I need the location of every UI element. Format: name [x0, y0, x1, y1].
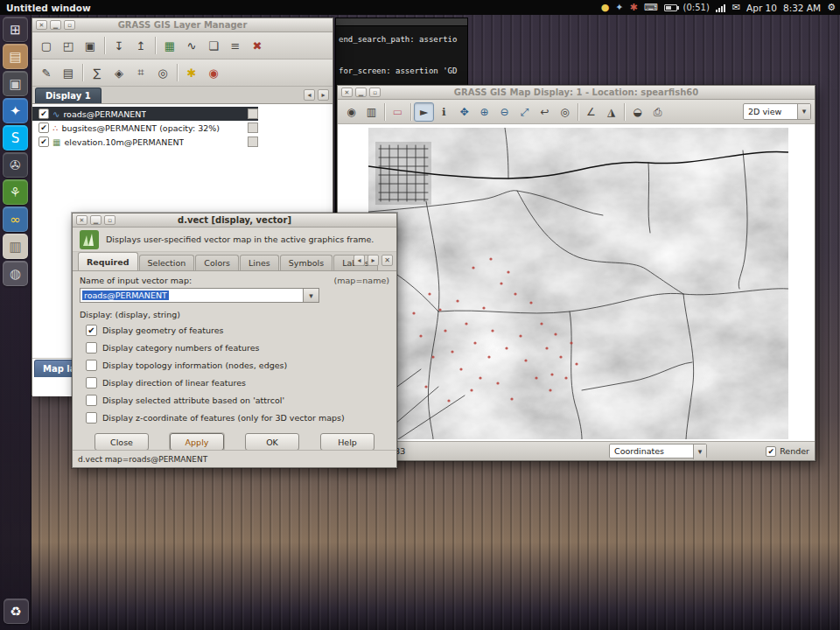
settings-button[interactable]: ✱ [181, 62, 202, 83]
minimize-button[interactable]: ▁ [50, 20, 61, 30]
map-display-titlebar[interactable]: ✕▁▫ GRASS GIS Map Display: 1 - Location:… [338, 86, 815, 100]
graphical-modeler-button[interactable]: ◈ [108, 62, 130, 83]
save-workspace-button[interactable]: ▣ [80, 35, 101, 56]
remove-layer-button[interactable]: ✖ [247, 35, 268, 56]
launcher-item-skype[interactable]: S [3, 125, 28, 150]
apply-button[interactable]: Apply [170, 433, 224, 451]
ok-button[interactable]: OK [245, 433, 299, 451]
launcher-item-file-manager[interactable]: ▤ [3, 44, 28, 69]
maximize-button[interactable]: ▫ [64, 20, 75, 30]
minimize-button[interactable]: ▁ [355, 88, 367, 97]
help-button[interactable]: ◉ [203, 62, 224, 83]
option-row[interactable]: Display topology information (nodes, edg… [80, 356, 389, 374]
tab-scroll-right-icon[interactable]: ▸ [368, 255, 379, 266]
layer-options-button[interactable] [248, 108, 258, 119]
layer-row[interactable]: ✔ ▦ elevation.10m@PERMANENT [32, 135, 258, 149]
map-canvas[interactable] [338, 124, 815, 441]
launcher-item-media-app[interactable]: ✇ [3, 152, 28, 178]
mail-indicator-icon[interactable]: ✉ [732, 1, 740, 14]
pointer-tool-button[interactable]: ► [414, 102, 434, 122]
add-layer-group-button[interactable]: ❏ [203, 35, 224, 56]
dialog-titlebar[interactable]: ✕▁▫ d.vect [display, vector] [73, 214, 396, 228]
add-vector-layer-button[interactable]: ∿ [181, 35, 202, 56]
option-checkbox[interactable] [86, 360, 97, 371]
launcher-item-package-manager[interactable]: ▥ [3, 234, 28, 259]
session-menu-icon[interactable]: ⚙ [827, 1, 836, 14]
option-row[interactable]: ✔ Display geometry of features [80, 321, 389, 339]
minimize-button[interactable]: ▁ [90, 215, 102, 225]
add-command-layer-button[interactable]: ≡ [225, 35, 246, 56]
zoom-options-button[interactable]: ◎ [555, 102, 575, 122]
launcher-item-screenshot-tool[interactable]: ▣ [3, 71, 28, 96]
new-workspace-button[interactable]: ▢ [36, 35, 57, 56]
render-checkbox[interactable]: ✔ [766, 446, 776, 457]
layer-row[interactable]: ✔ ∿ roads@PERMANENT [32, 107, 258, 121]
launcher-item-python-app[interactable]: ∞ [3, 206, 28, 232]
keyboard-indicator-icon[interactable]: ⌨ [644, 1, 658, 14]
option-checkbox[interactable] [86, 412, 97, 424]
tab-display-1[interactable]: Display 1 [35, 88, 102, 103]
tab-colors[interactable]: Colors [195, 255, 239, 270]
option-row[interactable]: Display category numbers of features [80, 339, 389, 356]
option-checkbox[interactable]: ✔ [86, 325, 97, 336]
pan-tool-button[interactable]: ✥ [454, 102, 474, 122]
layer-options-button[interactable] [248, 122, 258, 133]
tab-lines[interactable]: Lines [240, 255, 279, 270]
add-overlay-button[interactable]: ◮ [601, 102, 621, 122]
layer-checkbox[interactable]: ✔ [38, 122, 49, 133]
attribute-table-button[interactable]: ▤ [58, 62, 79, 83]
tab-selection[interactable]: Selection [139, 255, 195, 270]
layer-manager-titlebar[interactable]: ✕▁▫ GRASS GIS Layer Manager [32, 18, 332, 32]
option-row[interactable]: Display z-coordinate of features (only f… [80, 409, 389, 426]
nviz-button[interactable]: ◎ [152, 62, 173, 83]
tab-scroll-left-icon[interactable]: ◂ [304, 89, 315, 101]
analyze-measure-button[interactable]: ∠ [581, 102, 601, 122]
option-checkbox[interactable] [86, 377, 97, 388]
export-display-button[interactable]: ▥ [361, 102, 382, 122]
tab-required[interactable]: Required [78, 252, 138, 270]
layer-checkbox[interactable]: ✔ [38, 108, 49, 119]
messages-indicator-icon[interactable]: ● [601, 1, 610, 14]
layer-checkbox[interactable]: ✔ [38, 136, 49, 147]
zoom-out-tool-button[interactable]: ⊖ [494, 102, 514, 122]
launcher-item-web-browser[interactable]: ✦ [3, 98, 28, 123]
battery-icon[interactable] [664, 4, 677, 11]
show-display-button[interactable]: ◉ [341, 102, 361, 122]
erase-display-button[interactable]: ▭ [388, 102, 408, 122]
tab-scroll-right-icon[interactable]: ▸ [318, 89, 329, 101]
clock-date[interactable]: Apr 10 [746, 3, 777, 13]
maximize-button[interactable]: ▫ [369, 88, 381, 97]
hardware-indicator-icon[interactable]: ✱ [629, 1, 637, 14]
layer-row[interactable]: ✔ ∴ bugsites@PERMANENT (opacity: 32%) [32, 121, 258, 135]
launcher-item-disk-utility[interactable]: ◍ [3, 261, 28, 286]
import-vector-button[interactable]: ↥ [130, 35, 151, 56]
query-tool-button[interactable]: ℹ [434, 102, 454, 122]
zoom-in-tool-button[interactable]: ⊕ [474, 102, 494, 122]
import-raster-button[interactable]: ↧ [108, 35, 130, 56]
maximize-button[interactable]: ▫ [104, 215, 116, 225]
tab-close-icon[interactable]: ✕ [382, 255, 393, 266]
network-signal-icon[interactable] [716, 4, 726, 12]
vector-map-dropdown-button[interactable]: ▾ [304, 288, 319, 303]
tab-symbols[interactable]: Symbols [280, 255, 332, 270]
raster-map-calculator-button[interactable]: ∑ [87, 62, 108, 83]
option-checkbox[interactable] [86, 395, 97, 406]
layer-options-button[interactable] [248, 136, 258, 147]
tab-scroll-left-icon[interactable]: ◂ [354, 255, 365, 266]
help-button[interactable]: Help [320, 433, 374, 451]
view-mode-select[interactable]: 2D view ▾ [743, 103, 811, 120]
vector-map-input[interactable]: roads@PERMANENT [80, 288, 304, 303]
close-button[interactable]: ✕ [341, 88, 353, 97]
launcher-item-dash-home[interactable]: ⊞ [3, 17, 28, 42]
zoom-extent-tool-button[interactable]: ⤢ [514, 102, 535, 122]
statusbar-mode-select[interactable]: Coordinates ▾ [609, 444, 707, 458]
bluetooth-indicator-icon[interactable]: ✦ [615, 1, 623, 14]
print-map-button[interactable]: ⎙ [648, 102, 668, 122]
save-map-file-button[interactable]: ◒ [627, 102, 648, 122]
option-row[interactable]: Display direction of linear features [80, 374, 389, 391]
close-button[interactable]: ✕ [76, 215, 88, 225]
return-zoom-button[interactable]: ↩ [535, 102, 555, 122]
clock-time[interactable]: 8:32 AM [783, 3, 821, 13]
add-raster-layer-button[interactable]: ▦ [159, 35, 180, 56]
close-button[interactable]: ✕ [36, 20, 47, 30]
